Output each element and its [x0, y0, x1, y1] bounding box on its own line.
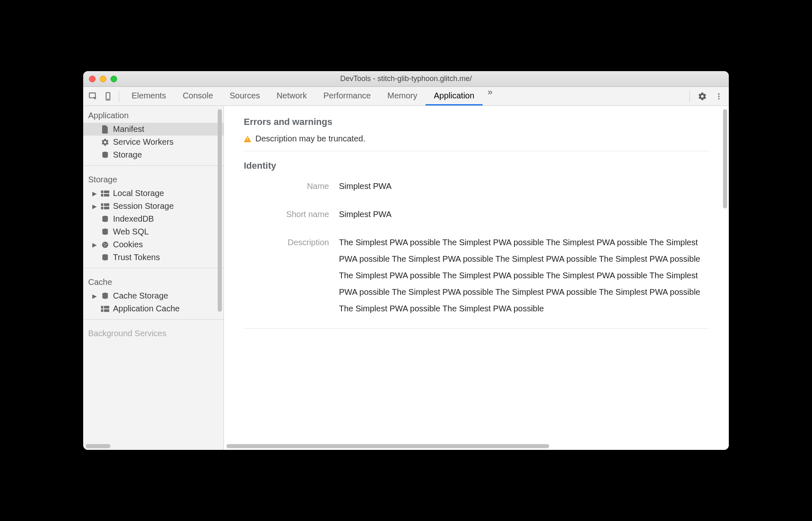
sidebar-section-cache: Cache [83, 272, 223, 289]
cookie-icon [101, 240, 110, 249]
svg-point-18 [103, 243, 104, 244]
main-horizontal-scrollbar[interactable] [226, 444, 721, 448]
main-vertical-scrollbar[interactable] [723, 109, 727, 208]
devtools-tabs: Elements Console Sources Network Perform… [123, 87, 685, 105]
sidebar-item-label: Web SQL [113, 227, 149, 237]
traffic-lights [89, 76, 117, 82]
identity-name-row: Name Simplest PWA [244, 178, 709, 194]
maximize-window-button[interactable] [111, 76, 117, 82]
file-icon [101, 125, 110, 134]
sidebar-item-manifest[interactable]: Manifest [83, 123, 223, 136]
tab-application[interactable]: Application [425, 87, 483, 105]
svg-rect-23 [101, 306, 103, 308]
grid-icon [101, 304, 110, 313]
identity-description-value: The Simplest PWA possible The Simplest P… [339, 234, 709, 317]
sidebar-horizontal-scrollbar[interactable] [86, 444, 221, 448]
grid-icon [101, 202, 110, 211]
sidebar-item-cache-storage[interactable]: ▶ Cache Storage [83, 289, 223, 302]
svg-point-4 [718, 96, 719, 97]
device-toggle-icon[interactable] [101, 90, 115, 103]
sidebar-item-label: Application Cache [113, 304, 180, 313]
devtools-window: DevTools - stitch-glib-typhoon.glitch.me… [83, 71, 729, 450]
section-divider [244, 328, 709, 329]
warning-text: Description may be truncated. [255, 134, 365, 143]
tab-performance[interactable]: Performance [315, 87, 380, 105]
sidebar-divider [83, 165, 223, 166]
identity-shortname-label: Short name [244, 210, 339, 219]
warning-row: Description may be truncated. [244, 134, 709, 143]
database-icon [101, 253, 110, 262]
minimize-window-button[interactable] [100, 76, 106, 82]
grid-icon [101, 189, 110, 198]
tab-memory[interactable]: Memory [379, 87, 425, 105]
svg-rect-8 [104, 190, 109, 193]
devtools-toolbar: Elements Console Sources Network Perform… [83, 87, 729, 106]
inspect-element-icon[interactable] [86, 90, 100, 103]
svg-rect-9 [101, 194, 103, 196]
database-icon [101, 292, 110, 301]
identity-description-label: Description [244, 238, 339, 247]
svg-rect-14 [104, 206, 109, 209]
sidebar-section-application: Application [83, 106, 223, 123]
kebab-menu-icon[interactable] [712, 90, 726, 103]
svg-rect-25 [101, 309, 103, 311]
chevron-right-icon: ▶ [91, 190, 97, 197]
sidebar-item-application-cache[interactable]: Application Cache [83, 302, 223, 315]
sidebar-item-session-storage[interactable]: ▶ Session Storage [83, 200, 223, 213]
sidebar-section-background-services: Background Services [83, 324, 223, 341]
chevron-right-icon: ▶ [91, 241, 97, 248]
toolbar-separator [119, 91, 119, 102]
svg-rect-12 [104, 203, 109, 206]
identity-shortname-value: Simplest PWA [339, 206, 392, 222]
svg-point-5 [718, 98, 719, 99]
more-tabs-icon[interactable]: » [483, 87, 497, 105]
identity-name-label: Name [244, 182, 339, 191]
sidebar-item-trust-tokens[interactable]: Trust Tokens [83, 251, 223, 264]
sidebar-item-label: Cookies [113, 240, 143, 249]
svg-rect-7 [101, 190, 103, 193]
svg-rect-11 [101, 203, 103, 206]
sidebar-item-label: Storage [113, 150, 142, 160]
sidebar-vertical-scrollbar[interactable] [218, 109, 222, 312]
sidebar-item-label: Local Storage [113, 189, 164, 198]
warning-icon [244, 136, 251, 142]
tab-elements[interactable]: Elements [123, 87, 174, 105]
sidebar-item-label: Manifest [113, 124, 144, 134]
sidebar-divider [83, 319, 223, 320]
sidebar-item-service-workers[interactable]: Service Workers [83, 136, 223, 148]
svg-point-17 [102, 241, 108, 248]
identity-heading: Identity [244, 160, 709, 171]
settings-gear-icon[interactable] [696, 90, 709, 103]
sidebar-item-label: Trust Tokens [113, 253, 160, 262]
tab-network[interactable]: Network [268, 87, 315, 105]
content-area: Application Manifest Service Workers [83, 106, 729, 450]
tab-sources[interactable]: Sources [221, 87, 268, 105]
application-sidebar: Application Manifest Service Workers [83, 106, 224, 450]
sidebar-item-storage-overview[interactable]: Storage [83, 148, 223, 161]
svg-rect-13 [101, 206, 103, 209]
sidebar-item-local-storage[interactable]: ▶ Local Storage [83, 187, 223, 200]
close-window-button[interactable] [89, 76, 96, 82]
sidebar-item-indexeddb[interactable]: IndexedDB [83, 213, 223, 225]
tab-console[interactable]: Console [174, 87, 221, 105]
toolbar-separator [689, 91, 690, 102]
sidebar-item-cookies[interactable]: ▶ Cookies [83, 238, 223, 251]
window-title: DevTools - stitch-glib-typhoon.glitch.me… [83, 74, 729, 83]
svg-rect-24 [104, 306, 109, 308]
database-icon [101, 215, 110, 224]
identity-description-row: Description The Simplest PWA possible Th… [244, 234, 709, 317]
sidebar-item-label: Session Storage [113, 201, 174, 211]
sidebar-item-label: IndexedDB [113, 214, 154, 224]
chevron-right-icon: ▶ [91, 203, 97, 210]
sidebar-item-label: Service Workers [113, 137, 173, 147]
manifest-panel: Errors and warnings Description may be t… [224, 106, 729, 450]
svg-point-19 [106, 244, 106, 245]
sidebar-item-label: Cache Storage [113, 291, 168, 301]
identity-shortname-row: Short name Simplest PWA [244, 206, 709, 222]
svg-point-20 [104, 245, 105, 246]
svg-rect-0 [89, 93, 96, 98]
gear-icon [101, 138, 110, 147]
database-icon [101, 227, 110, 237]
sidebar-item-websql[interactable]: Web SQL [83, 225, 223, 238]
database-icon [101, 151, 110, 160]
